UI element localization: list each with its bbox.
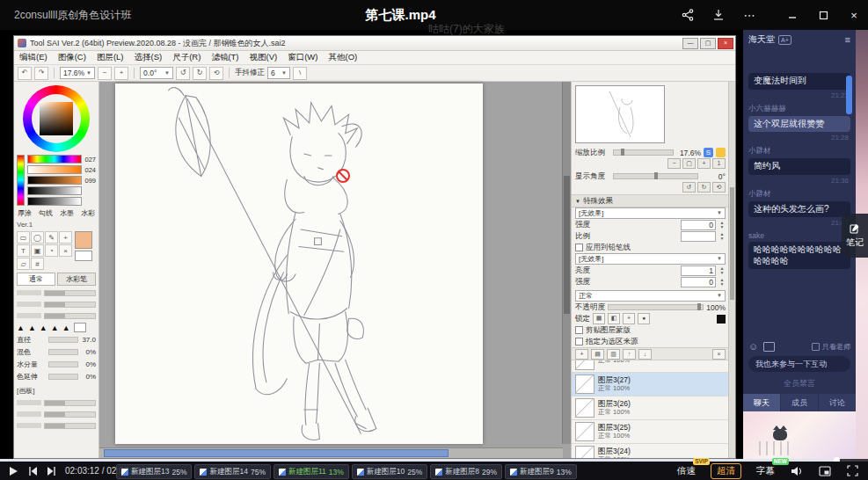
layer-row[interactable]: 图层3(25) 正常 100% <box>572 420 729 444</box>
lock-layer-icon[interactable]: ◧ <box>608 313 620 324</box>
sai-maximize-icon[interactable]: ▢ <box>700 38 716 49</box>
emoji-icon[interactable]: ☺ <box>748 341 758 352</box>
canvas-page[interactable] <box>115 84 483 444</box>
blend-mode-select[interactable]: 正常▼ <box>575 290 726 302</box>
nav-rotate-ccw-button[interactable]: ↺ <box>682 182 696 193</box>
layer-chip[interactable]: 新建图层913% <box>505 464 577 479</box>
texture-scale-input[interactable] <box>681 231 716 242</box>
param-slider[interactable] <box>44 400 96 406</box>
menu-filter[interactable]: 滤镜(T) <box>206 52 244 63</box>
tab-members[interactable]: 成员 <box>781 394 818 411</box>
stepper-icon[interactable]: ▲▼ <box>718 266 726 275</box>
menu-select[interactable]: 选择(S) <box>129 52 168 63</box>
angle-field[interactable]: 0.0°▼ <box>140 67 173 79</box>
effect-brightness-input[interactable]: 1 <box>681 265 716 276</box>
menu-ruler[interactable]: 尺子(R) <box>167 52 206 63</box>
gray-slider-1[interactable] <box>27 186 82 195</box>
menu-edit[interactable]: 编辑(E) <box>14 52 53 63</box>
apply-to-lines-checkbox[interactable] <box>575 244 583 251</box>
brush-tool-icon[interactable]: ▣ <box>31 244 44 257</box>
nav-rotate-cw-button[interactable]: ↻ <box>697 182 711 193</box>
pencil-tool-icon[interactable]: ✎ <box>45 231 58 244</box>
redo-icon[interactable]: ↷ <box>34 67 48 80</box>
menu-image[interactable]: 图像(C) <box>53 52 91 63</box>
lock-opacity-icon[interactable]: ▦ <box>593 313 605 324</box>
layer-chip[interactable]: 新建图层829% <box>430 464 502 479</box>
download-icon[interactable] <box>711 8 726 22</box>
value-slider[interactable] <box>27 176 82 185</box>
close-icon[interactable]: × <box>847 8 861 22</box>
layer-color-swatch[interactable] <box>717 315 726 324</box>
more-icon[interactable]: ⋯ <box>742 8 756 22</box>
brush-shape-box[interactable] <box>74 323 86 332</box>
layer-row[interactable]: 图层3(26) 正常 100% <box>572 396 729 420</box>
menu-view[interactable]: 视图(V) <box>244 52 283 63</box>
snap-icon[interactable]: S <box>704 148 713 157</box>
chat-input[interactable]: 我也来参与一下互动 <box>748 356 850 372</box>
canvas-vscrollbar[interactable] <box>562 82 571 444</box>
grid-tool-icon[interactable]: # <box>31 258 44 270</box>
param-slider[interactable] <box>44 411 96 418</box>
nav-angle-slider[interactable] <box>613 173 698 179</box>
share-icon[interactable] <box>681 8 695 22</box>
nav-zoom-fit-button[interactable]: ▢ <box>682 158 696 169</box>
menu-window[interactable]: 窗口(W) <box>282 52 323 63</box>
subtitle-button[interactable]: 字幕 NEW <box>756 465 775 477</box>
play-button[interactable] <box>7 465 18 476</box>
layer-chip[interactable]: 新建图层1113% <box>274 464 349 479</box>
layer-chip[interactable]: 新建图层1475% <box>194 464 270 479</box>
layer-row[interactable]: 正常 100% <box>572 360 729 373</box>
palette-icon[interactable] <box>716 148 726 157</box>
opacity-slider[interactable] <box>608 304 704 310</box>
layer-chip[interactable]: 新建图层1025% <box>352 464 427 479</box>
menu-other[interactable]: 其他(O) <box>323 52 362 63</box>
minimize-icon[interactable] <box>785 8 799 22</box>
stabilizer-select[interactable]: 6▼ <box>267 67 290 79</box>
stepper-icon[interactable]: ▲▼ <box>718 232 726 241</box>
nav-zoom-in-button[interactable]: + <box>697 158 711 169</box>
side-scroll-tab[interactable] <box>846 76 852 114</box>
texture-strength-input[interactable]: 0 <box>681 220 716 230</box>
nav-zoom-slider[interactable] <box>613 149 674 156</box>
param-slider[interactable] <box>44 423 96 429</box>
hue-strip[interactable] <box>17 155 25 206</box>
nav-zoom-reset-button[interactable]: 1 <box>712 158 726 169</box>
duplicate-layer-icon[interactable]: ▥ <box>607 349 620 360</box>
delete-layer-icon[interactable]: × <box>712 349 726 360</box>
rotate-ccw-icon[interactable]: ↺ <box>176 67 190 80</box>
lasso-tool-icon[interactable]: ◯ <box>31 231 44 244</box>
mini-player-icon[interactable] <box>818 464 831 477</box>
clipping-mask-checkbox[interactable] <box>575 326 583 334</box>
chat-message-list[interactable]: 变魔法时间到 21:23 小六赫赫赫 这个双层就很赞赞 21:28 小辟材 简约… <box>743 49 856 338</box>
zoom-out-icon[interactable]: − <box>98 67 112 80</box>
param-slider[interactable] <box>44 313 96 319</box>
move-layer-down-icon[interactable]: ↓ <box>638 349 652 360</box>
saturation-slider[interactable] <box>27 165 82 174</box>
preset-thick-paint[interactable]: 厚涂 <box>18 208 32 218</box>
maximize-icon[interactable] <box>816 8 830 22</box>
effect-strength-input[interactable]: 0 <box>681 277 716 287</box>
paper-texture-select[interactable]: [无效果]▼ <box>575 207 726 219</box>
stepper-icon[interactable]: ▲▼ <box>718 221 726 229</box>
param-slider[interactable] <box>44 290 96 296</box>
navigator-thumbnail[interactable] <box>575 85 665 143</box>
quality-button[interactable]: 超清 <box>711 463 741 479</box>
image-upload-icon[interactable] <box>763 342 775 352</box>
tab-discussion[interactable]: 讨论 <box>819 394 856 411</box>
diameter-slider[interactable] <box>48 337 78 343</box>
notes-button[interactable]: 笔记 <box>842 214 868 258</box>
blur-tool-icon[interactable]: ◔ <box>45 244 58 257</box>
previous-button[interactable] <box>26 465 38 476</box>
color-square[interactable] <box>40 102 73 135</box>
volume-icon[interactable] <box>790 464 803 477</box>
zoom-field[interactable]: 17.6%▼ <box>60 67 95 79</box>
canvas-hscrollbar[interactable] <box>99 447 563 458</box>
dilution-slider[interactable] <box>48 361 78 367</box>
lock-move-icon[interactable]: + <box>623 313 635 324</box>
marquee-tool-icon[interactable]: ▭ <box>17 231 30 244</box>
speed-button[interactable]: 倍速 SVIP <box>677 465 696 477</box>
text-tool-icon[interactable]: T <box>17 244 30 257</box>
fullscreen-icon[interactable] <box>846 464 859 477</box>
layer-chip[interactable]: 新建图层1325% <box>116 464 192 479</box>
special-effect-select[interactable]: [无效果]▼ <box>575 253 726 265</box>
